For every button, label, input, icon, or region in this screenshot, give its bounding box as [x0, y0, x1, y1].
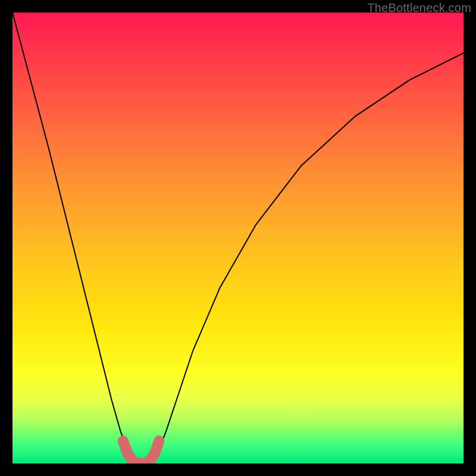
valley-highlight-path — [123, 441, 159, 464]
bottleneck-curve-path — [12, 12, 464, 464]
watermark-text: TheBottleneck.com — [367, 1, 471, 15]
bottleneck-chart — [12, 12, 464, 464]
